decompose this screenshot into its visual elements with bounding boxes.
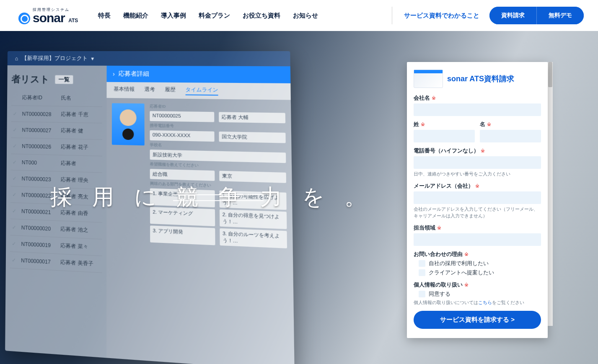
company-label: 会社名 [414, 95, 430, 101]
primary-nav: 特長 機能紹介 導入事例 料金プラン お役立ち資料 お知らせ [98, 12, 318, 20]
phone-hint: 日中、連絡がつきやすい番号をご入力ください [414, 170, 541, 178]
table-row: ✓NT000応募者 [11, 154, 102, 173]
email-input[interactable] [414, 191, 541, 204]
site-header: 採用管理システム sonar ATS 特長 機能紹介 導入事例 料金プラン お役… [0, 0, 598, 31]
site-logo[interactable]: 採用管理システム sonar ATS [18, 7, 78, 24]
email-hint: 会社のメールアドレスを入力してください（フリーメール、キャリアメールは入力できま… [414, 206, 541, 219]
area-label: 担当領域 [414, 225, 435, 231]
app-breadcrumb: ⌂ 【新卒採用】プロジェクト ▾ [8, 51, 290, 66]
reason-opt-client[interactable]: クライアントへ提案したい [419, 269, 541, 276]
email-label: メールアドレス（会社） [414, 183, 474, 189]
submit-button[interactable]: サービス資料を請求する > [414, 311, 541, 329]
scroll-thumb[interactable] [548, 62, 552, 87]
privacy-link[interactable]: こちら [478, 300, 492, 305]
divider [392, 7, 392, 24]
home-icon: ⌂ [15, 55, 18, 62]
table-row: ✓NT00000027応募者 健 [11, 121, 102, 139]
nav-functions[interactable]: 機能紹介 [123, 12, 148, 20]
service-materials-link[interactable]: サービス資料でわかること [404, 12, 479, 20]
privacy-label: 個人情報の取り扱い [414, 281, 463, 288]
tab-timeline: タイムライン [185, 86, 218, 96]
reason-opt-self[interactable]: 自社の採用で利用したい [419, 260, 541, 267]
tab-screen: 選考 [144, 86, 155, 95]
applicant-photo [112, 103, 145, 145]
form-title: sonar ATS資料請求 [447, 74, 514, 84]
logo-ats: ATS [68, 18, 78, 23]
privacy-note: 個人情報の取り扱いについてはこちらをご覧ください [414, 299, 541, 306]
firstname-label: 名 [480, 121, 485, 127]
area-input[interactable] [414, 233, 541, 246]
chevron-down-icon: ▾ [91, 55, 94, 62]
app-main: ›応募者詳細 基本情報 選考 履歴 タイムライン 応募者ID NT0000002… [106, 66, 295, 364]
firstname-input[interactable] [480, 130, 541, 142]
form-scrollbar[interactable] [548, 62, 553, 326]
nav-features[interactable]: 特長 [98, 12, 111, 20]
privacy-agree-checkbox[interactable]: 同意する [419, 290, 541, 298]
cta-pill: 資料請求 無料デモ [489, 7, 584, 24]
free-demo-button[interactable]: 無料デモ [536, 7, 584, 24]
tab-basic: 基本情報 [114, 85, 135, 95]
nav-resources[interactable]: お役立ち資料 [243, 12, 280, 20]
sidebar-view-toggle: 一覧 [54, 75, 73, 85]
lastname-label: 姓 [414, 121, 419, 127]
request-docs-button[interactable]: 資料請求 [489, 7, 536, 24]
reason-label: お問い合わせの理由 [414, 251, 463, 257]
logo-mark-icon [18, 13, 30, 24]
phone-label: 電話番号（ハイフンなし） [414, 147, 479, 154]
lastname-input[interactable] [414, 130, 475, 142]
nav-pricing[interactable]: 料金プラン [199, 12, 230, 20]
tab-history: 履歴 [165, 86, 176, 95]
chevron-right-icon: › [113, 70, 115, 77]
doc-request-form: sonar ATS資料請求 会社名※ 姓※ 名※ 電話番号（ハイフンなし）※ 日… [407, 62, 548, 338]
table-row: ✓NT00000028応募者 千恵 [11, 106, 103, 123]
hero-tagline: 採用に競争力を。 [50, 183, 430, 212]
logo-text: sonar [33, 11, 65, 25]
nav-news[interactable]: お知らせ [293, 12, 318, 20]
doc-card-icon [414, 70, 443, 88]
app-tabs: 基本情報 選考 履歴 タイムライン [106, 82, 290, 100]
nav-cases[interactable]: 導入事例 [161, 12, 186, 20]
phone-input[interactable] [414, 156, 541, 169]
table-row: ✓NT00000026応募者 花子 [11, 138, 102, 156]
sidebar-title: 者リスト [11, 73, 49, 86]
company-input[interactable] [414, 103, 541, 116]
applicant-table: 応募者ID氏名 ✓NT00000028応募者 千恵 ✓NT00000027応募者… [10, 90, 102, 273]
